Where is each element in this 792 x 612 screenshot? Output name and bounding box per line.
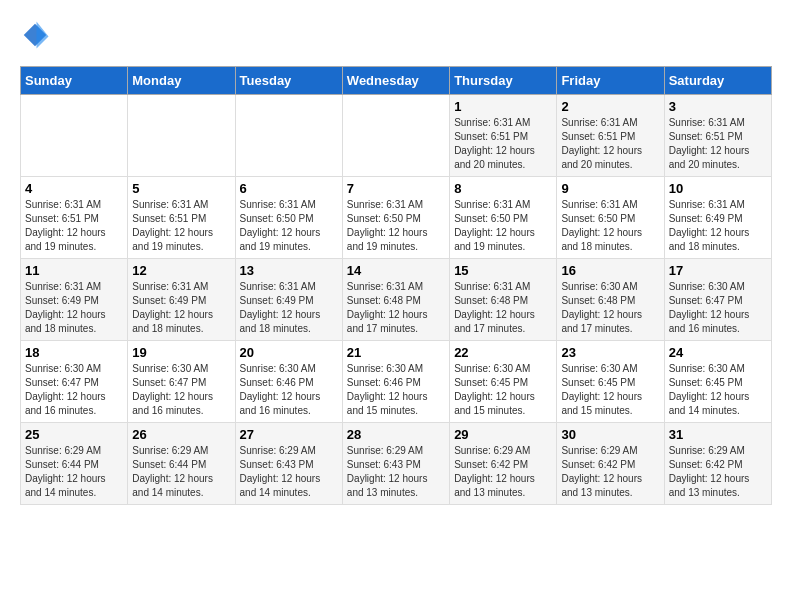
calendar-cell: 3Sunrise: 6:31 AM Sunset: 6:51 PM Daylig… xyxy=(664,95,771,177)
day-info: Sunrise: 6:31 AM Sunset: 6:49 PM Dayligh… xyxy=(25,280,123,336)
calendar-table: SundayMondayTuesdayWednesdayThursdayFrid… xyxy=(20,66,772,505)
calendar-cell: 15Sunrise: 6:31 AM Sunset: 6:48 PM Dayli… xyxy=(450,259,557,341)
calendar-cell: 29Sunrise: 6:29 AM Sunset: 6:42 PM Dayli… xyxy=(450,423,557,505)
day-number: 12 xyxy=(132,263,230,278)
day-number: 26 xyxy=(132,427,230,442)
calendar-cell: 19Sunrise: 6:30 AM Sunset: 6:47 PM Dayli… xyxy=(128,341,235,423)
calendar-cell: 2Sunrise: 6:31 AM Sunset: 6:51 PM Daylig… xyxy=(557,95,664,177)
day-header-tuesday: Tuesday xyxy=(235,67,342,95)
day-number: 5 xyxy=(132,181,230,196)
calendar-week-2: 4Sunrise: 6:31 AM Sunset: 6:51 PM Daylig… xyxy=(21,177,772,259)
day-number: 6 xyxy=(240,181,338,196)
calendar-cell: 23Sunrise: 6:30 AM Sunset: 6:45 PM Dayli… xyxy=(557,341,664,423)
day-number: 25 xyxy=(25,427,123,442)
day-number: 21 xyxy=(347,345,445,360)
calendar-cell: 14Sunrise: 6:31 AM Sunset: 6:48 PM Dayli… xyxy=(342,259,449,341)
day-number: 4 xyxy=(25,181,123,196)
calendar-cell: 17Sunrise: 6:30 AM Sunset: 6:47 PM Dayli… xyxy=(664,259,771,341)
calendar-week-3: 11Sunrise: 6:31 AM Sunset: 6:49 PM Dayli… xyxy=(21,259,772,341)
day-number: 8 xyxy=(454,181,552,196)
day-info: Sunrise: 6:30 AM Sunset: 6:48 PM Dayligh… xyxy=(561,280,659,336)
day-info: Sunrise: 6:31 AM Sunset: 6:51 PM Dayligh… xyxy=(669,116,767,172)
calendar-cell xyxy=(235,95,342,177)
days-header-row: SundayMondayTuesdayWednesdayThursdayFrid… xyxy=(21,67,772,95)
day-number: 16 xyxy=(561,263,659,278)
day-info: Sunrise: 6:31 AM Sunset: 6:49 PM Dayligh… xyxy=(669,198,767,254)
calendar-cell: 13Sunrise: 6:31 AM Sunset: 6:49 PM Dayli… xyxy=(235,259,342,341)
day-info: Sunrise: 6:30 AM Sunset: 6:47 PM Dayligh… xyxy=(25,362,123,418)
day-number: 28 xyxy=(347,427,445,442)
day-info: Sunrise: 6:31 AM Sunset: 6:51 PM Dayligh… xyxy=(561,116,659,172)
calendar-cell: 20Sunrise: 6:30 AM Sunset: 6:46 PM Dayli… xyxy=(235,341,342,423)
day-number: 22 xyxy=(454,345,552,360)
svg-marker-1 xyxy=(37,22,49,49)
calendar-cell: 21Sunrise: 6:30 AM Sunset: 6:46 PM Dayli… xyxy=(342,341,449,423)
day-number: 18 xyxy=(25,345,123,360)
day-info: Sunrise: 6:31 AM Sunset: 6:49 PM Dayligh… xyxy=(240,280,338,336)
day-header-thursday: Thursday xyxy=(450,67,557,95)
day-info: Sunrise: 6:29 AM Sunset: 6:42 PM Dayligh… xyxy=(669,444,767,500)
calendar-week-1: 1Sunrise: 6:31 AM Sunset: 6:51 PM Daylig… xyxy=(21,95,772,177)
day-info: Sunrise: 6:30 AM Sunset: 6:47 PM Dayligh… xyxy=(132,362,230,418)
logo xyxy=(20,20,56,50)
calendar-cell: 16Sunrise: 6:30 AM Sunset: 6:48 PM Dayli… xyxy=(557,259,664,341)
calendar-week-5: 25Sunrise: 6:29 AM Sunset: 6:44 PM Dayli… xyxy=(21,423,772,505)
page-header xyxy=(20,20,772,50)
day-info: Sunrise: 6:31 AM Sunset: 6:50 PM Dayligh… xyxy=(347,198,445,254)
day-number: 17 xyxy=(669,263,767,278)
day-info: Sunrise: 6:29 AM Sunset: 6:43 PM Dayligh… xyxy=(347,444,445,500)
day-info: Sunrise: 6:31 AM Sunset: 6:50 PM Dayligh… xyxy=(454,198,552,254)
calendar-cell: 26Sunrise: 6:29 AM Sunset: 6:44 PM Dayli… xyxy=(128,423,235,505)
day-info: Sunrise: 6:29 AM Sunset: 6:44 PM Dayligh… xyxy=(25,444,123,500)
day-info: Sunrise: 6:31 AM Sunset: 6:48 PM Dayligh… xyxy=(454,280,552,336)
day-info: Sunrise: 6:30 AM Sunset: 6:45 PM Dayligh… xyxy=(669,362,767,418)
day-header-wednesday: Wednesday xyxy=(342,67,449,95)
day-number: 13 xyxy=(240,263,338,278)
calendar-cell xyxy=(21,95,128,177)
day-info: Sunrise: 6:29 AM Sunset: 6:43 PM Dayligh… xyxy=(240,444,338,500)
calendar-cell: 7Sunrise: 6:31 AM Sunset: 6:50 PM Daylig… xyxy=(342,177,449,259)
day-number: 23 xyxy=(561,345,659,360)
calendar-cell: 5Sunrise: 6:31 AM Sunset: 6:51 PM Daylig… xyxy=(128,177,235,259)
day-number: 3 xyxy=(669,99,767,114)
calendar-cell: 31Sunrise: 6:29 AM Sunset: 6:42 PM Dayli… xyxy=(664,423,771,505)
day-number: 1 xyxy=(454,99,552,114)
calendar-cell: 27Sunrise: 6:29 AM Sunset: 6:43 PM Dayli… xyxy=(235,423,342,505)
day-info: Sunrise: 6:31 AM Sunset: 6:48 PM Dayligh… xyxy=(347,280,445,336)
day-info: Sunrise: 6:29 AM Sunset: 6:44 PM Dayligh… xyxy=(132,444,230,500)
day-info: Sunrise: 6:30 AM Sunset: 6:45 PM Dayligh… xyxy=(561,362,659,418)
calendar-cell: 9Sunrise: 6:31 AM Sunset: 6:50 PM Daylig… xyxy=(557,177,664,259)
day-info: Sunrise: 6:31 AM Sunset: 6:51 PM Dayligh… xyxy=(454,116,552,172)
calendar-week-4: 18Sunrise: 6:30 AM Sunset: 6:47 PM Dayli… xyxy=(21,341,772,423)
day-info: Sunrise: 6:30 AM Sunset: 6:46 PM Dayligh… xyxy=(347,362,445,418)
day-info: Sunrise: 6:31 AM Sunset: 6:50 PM Dayligh… xyxy=(561,198,659,254)
logo-icon xyxy=(20,20,50,50)
calendar-cell: 22Sunrise: 6:30 AM Sunset: 6:45 PM Dayli… xyxy=(450,341,557,423)
calendar-cell: 24Sunrise: 6:30 AM Sunset: 6:45 PM Dayli… xyxy=(664,341,771,423)
day-info: Sunrise: 6:29 AM Sunset: 6:42 PM Dayligh… xyxy=(454,444,552,500)
calendar-cell: 28Sunrise: 6:29 AM Sunset: 6:43 PM Dayli… xyxy=(342,423,449,505)
day-info: Sunrise: 6:31 AM Sunset: 6:51 PM Dayligh… xyxy=(25,198,123,254)
day-number: 30 xyxy=(561,427,659,442)
calendar-cell: 8Sunrise: 6:31 AM Sunset: 6:50 PM Daylig… xyxy=(450,177,557,259)
day-number: 29 xyxy=(454,427,552,442)
day-number: 2 xyxy=(561,99,659,114)
day-number: 27 xyxy=(240,427,338,442)
day-number: 11 xyxy=(25,263,123,278)
day-number: 20 xyxy=(240,345,338,360)
calendar-cell: 10Sunrise: 6:31 AM Sunset: 6:49 PM Dayli… xyxy=(664,177,771,259)
day-number: 14 xyxy=(347,263,445,278)
day-info: Sunrise: 6:30 AM Sunset: 6:45 PM Dayligh… xyxy=(454,362,552,418)
calendar-cell xyxy=(342,95,449,177)
day-number: 9 xyxy=(561,181,659,196)
day-info: Sunrise: 6:30 AM Sunset: 6:46 PM Dayligh… xyxy=(240,362,338,418)
day-number: 15 xyxy=(454,263,552,278)
day-number: 24 xyxy=(669,345,767,360)
day-info: Sunrise: 6:29 AM Sunset: 6:42 PM Dayligh… xyxy=(561,444,659,500)
day-header-friday: Friday xyxy=(557,67,664,95)
day-header-sunday: Sunday xyxy=(21,67,128,95)
day-header-monday: Monday xyxy=(128,67,235,95)
calendar-cell: 12Sunrise: 6:31 AM Sunset: 6:49 PM Dayli… xyxy=(128,259,235,341)
day-info: Sunrise: 6:30 AM Sunset: 6:47 PM Dayligh… xyxy=(669,280,767,336)
day-number: 10 xyxy=(669,181,767,196)
